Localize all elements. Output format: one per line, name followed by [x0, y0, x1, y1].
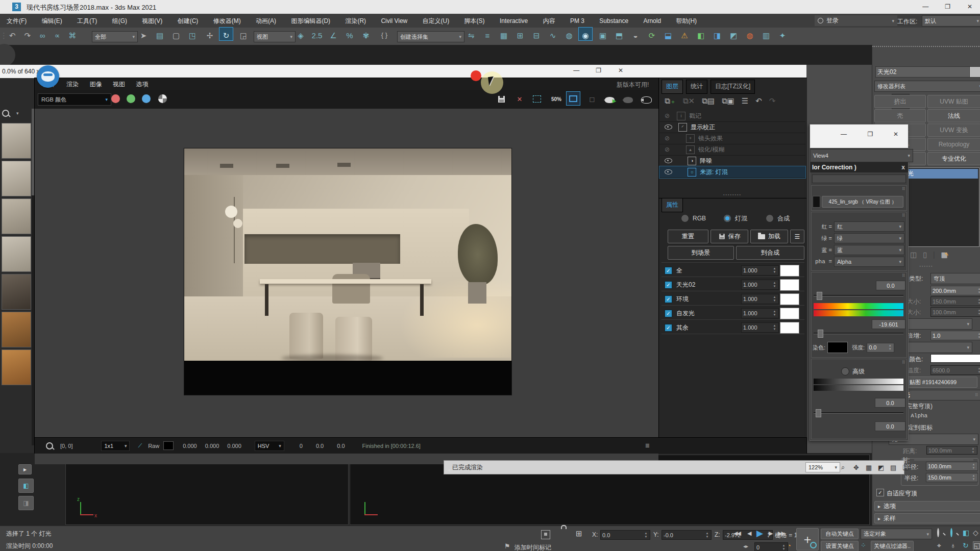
- object-name-field[interactable]: 天光02: [875, 66, 970, 78]
- drag-handle-icon[interactable]: ⠿: [902, 213, 904, 218]
- history-thumbnail[interactable]: [2, 312, 31, 347]
- go-to-start-icon[interactable]: ◀◀: [733, 530, 740, 537]
- menu-views[interactable]: 视图(V): [135, 14, 169, 29]
- menu-animation[interactable]: 动画(A): [249, 14, 283, 29]
- vfb-render-dim-icon[interactable]: [622, 94, 634, 106]
- select-and-move-icon[interactable]: ✢: [203, 28, 216, 40]
- checkbox-checked[interactable]: ✓: [665, 324, 672, 332]
- undo-icon[interactable]: ↶: [6, 28, 19, 40]
- radio-composite[interactable]: [766, 214, 774, 222]
- layer-manager-icon[interactable]: ▦: [497, 28, 510, 40]
- rfw-grid-icon[interactable]: ▦: [866, 464, 872, 471]
- vfb-minimize-button[interactable]: —: [566, 67, 586, 74]
- go-to-end-icon[interactable]: ▶▶: [778, 530, 785, 537]
- login-control[interactable]: 登录 ▾: [815, 15, 897, 26]
- history-thumbnail[interactable]: [2, 236, 31, 272]
- mix-color-swatch[interactable]: [780, 293, 799, 305]
- mix-value-field[interactable]: 1.000▲▼: [741, 294, 779, 304]
- schematic-view-icon[interactable]: ◍: [562, 28, 576, 40]
- redo-icon[interactable]: ↷: [769, 96, 776, 106]
- mix-row-selfillum[interactable]: ✓ 自发光 1.000▲▼: [658, 306, 806, 320]
- mod-button-shell[interactable]: 壳: [874, 109, 926, 122]
- layer-row-lens-effects[interactable]: ⊘ + 镜头效果: [659, 133, 805, 144]
- map-dropdown[interactable]: Alpha▾: [834, 257, 904, 267]
- vfb-menu-options[interactable]: 选项: [131, 78, 153, 91]
- vfb-render-last-icon[interactable]: ▶: [603, 94, 616, 106]
- curve-editor-icon[interactable]: ∿: [546, 28, 559, 40]
- history-thumbnail[interactable]: [2, 274, 31, 310]
- select-by-name-icon[interactable]: ▤: [153, 28, 166, 40]
- vfb-log-icon[interactable]: ≣: [645, 442, 650, 449]
- checkbox-checked[interactable]: ✓: [665, 310, 672, 317]
- render-warning-icon[interactable]: ⚠: [678, 28, 691, 40]
- time-tag-label[interactable]: 添加时间标记: [514, 543, 551, 551]
- angle-snap-icon[interactable]: ∠: [327, 28, 340, 40]
- tab-stats[interactable]: 统计: [686, 80, 707, 94]
- close-button[interactable]: ✕: [960, 3, 980, 10]
- chaos-cosmos-icon[interactable]: ◩: [727, 28, 740, 40]
- remove-modifier-icon[interactable]: ▯: [923, 251, 927, 259]
- mix-value-field[interactable]: 1.000▲▼: [741, 265, 779, 276]
- cc-maximize-button[interactable]: ❐: [865, 131, 875, 138]
- cc-name-field[interactable]: [812, 174, 906, 183]
- radius2-field[interactable]: 150.0mm▲▼: [926, 473, 978, 482]
- eye-off-icon[interactable]: ⊘: [665, 146, 670, 153]
- rendered-frame-icon[interactable]: ⬒: [612, 28, 626, 40]
- vfb-green-channel-button[interactable]: [127, 94, 135, 103]
- select-object-icon[interactable]: ➤: [137, 28, 150, 40]
- script-icon[interactable]: ▥: [760, 28, 773, 40]
- mod-button-normal[interactable]: 法线: [927, 109, 980, 122]
- vfb-blue-channel-button[interactable]: [142, 94, 151, 103]
- cc-header-close-icon[interactable]: x: [901, 164, 905, 171]
- reset-button[interactable]: 重置: [668, 230, 708, 243]
- vfb-save-image-icon[interactable]: [495, 93, 507, 105]
- vfb-hsv-dropdown[interactable]: HSV▾: [255, 441, 284, 451]
- pixel-probe-icon[interactable]: [46, 442, 53, 449]
- rfw-channel-icon[interactable]: ◩: [878, 464, 884, 471]
- percent-snap-icon[interactable]: %: [343, 28, 356, 40]
- cc-v2-value[interactable]: 0.0: [875, 421, 905, 431]
- map-dropdown[interactable]: 红▾: [834, 221, 904, 232]
- rfw-clone-icon[interactable]: ❏: [902, 464, 909, 471]
- menu-interactive[interactable]: Interactive: [493, 14, 534, 28]
- rollout-sampling[interactable]: ▸采样: [874, 513, 980, 523]
- history-thumbnail[interactable]: [2, 349, 31, 385]
- cc-view-dropdown[interactable]: View4▾: [810, 149, 913, 162]
- time-configuration-icon[interactable]: ◔: [787, 542, 791, 549]
- expand-button[interactable]: ▸: [18, 464, 32, 474]
- checkbox-checked[interactable]: ✓: [665, 267, 672, 274]
- play-icon[interactable]: ▶: [756, 528, 763, 539]
- vfb-alpha-channel-button[interactable]: [158, 94, 167, 103]
- rfw-zoom-icon[interactable]: ⌕: [841, 463, 845, 471]
- object-color-swatch[interactable]: [969, 66, 980, 78]
- menu-edit[interactable]: 编辑(E): [35, 14, 69, 29]
- eye-icon[interactable]: [665, 124, 672, 130]
- multiplier-field[interactable]: 1.0▲▼: [930, 331, 980, 340]
- use-pivot-icon[interactable]: ◈: [294, 28, 307, 40]
- size1-field[interactable]: 200.0mm▲▼: [930, 286, 980, 295]
- menu-substance[interactable]: Substance: [593, 14, 635, 28]
- zoom-all-icon[interactable]: [950, 529, 952, 536]
- material-editor-icon[interactable]: ◉: [579, 28, 592, 40]
- pan-hand-icon[interactable]: ♁: [950, 541, 956, 549]
- x-field[interactable]: 0.0▲▼: [600, 530, 650, 540]
- vray-fb-icon[interactable]: ◨: [710, 28, 724, 40]
- menu-modifiers[interactable]: 修改器(M): [207, 14, 248, 29]
- radius1-field[interactable]: 100.0mm▲▼: [926, 462, 978, 471]
- extra-tool-icon[interactable]: ✦: [776, 28, 789, 40]
- align-icon[interactable]: ≡: [481, 28, 494, 40]
- isolate-selection-icon[interactable]: [541, 530, 550, 539]
- menu-file[interactable]: 文件(F): [0, 14, 33, 29]
- rendered-image[interactable]: [184, 148, 511, 395]
- vfb-update-notice[interactable]: 新版本可用!: [617, 81, 649, 89]
- spinner-snap-icon[interactable]: ✾: [359, 28, 373, 40]
- layer-row-denoise[interactable]: ◑ 降噪: [659, 155, 805, 167]
- key-filters-icon[interactable]: ⁘: [861, 541, 866, 549]
- history-search[interactable]: ▾: [2, 110, 19, 117]
- layer-row-sharpen-blur[interactable]: ⊘ ▴ 锐化/模糊: [659, 144, 805, 156]
- cc-titlebar[interactable]: — ❐ ✕: [810, 124, 908, 148]
- mod-button-extrude[interactable]: 挤出: [874, 95, 926, 108]
- select-link-icon[interactable]: ∞: [36, 28, 49, 40]
- menu-help[interactable]: 帮助(H): [669, 14, 703, 29]
- set-key-big-button[interactable]: ＋: [796, 528, 819, 550]
